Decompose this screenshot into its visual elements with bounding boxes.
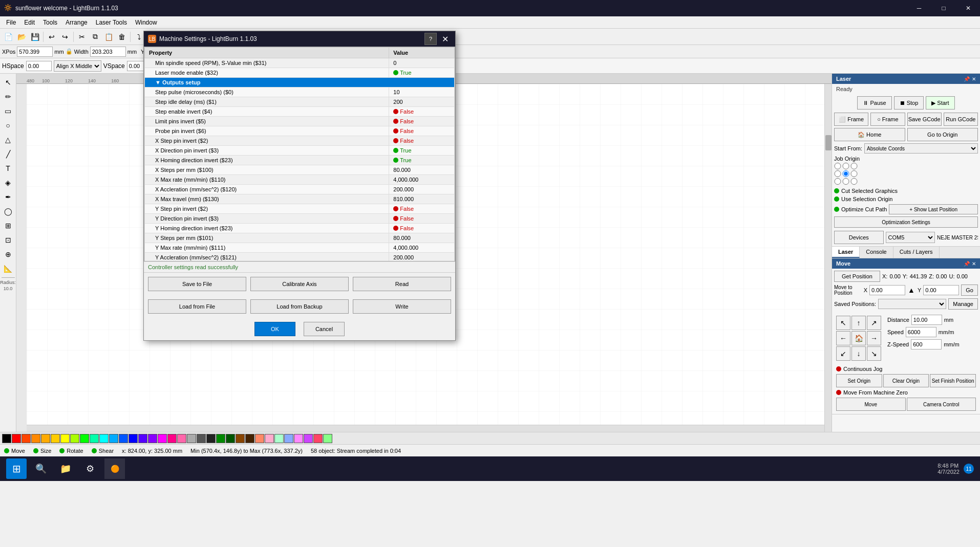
color-swatch-5[interactable]	[51, 434, 60, 443]
select-tool[interactable]: ↖	[2, 76, 15, 89]
table-row[interactable]: Limit pins invert ($5) False	[145, 117, 455, 126]
delete-button[interactable]: 🗑	[116, 31, 128, 43]
move-close-button[interactable]: ✕	[972, 261, 976, 267]
manage-button[interactable]: Manage	[948, 298, 978, 310]
jog-up-button[interactable]: ↑	[851, 316, 866, 330]
color-swatch-15[interactable]	[148, 434, 157, 443]
set-finish-button[interactable]: Set Finish Position	[930, 374, 976, 387]
start-button[interactable]: ▶ Start	[926, 96, 954, 110]
measure-tool[interactable]: 📐	[2, 262, 15, 275]
tab-console[interactable]: Console	[860, 247, 893, 258]
calibrate-axis-button[interactable]: Calibrate Axis	[250, 277, 349, 291]
hspace-input[interactable]	[26, 61, 52, 71]
color-swatch-30[interactable]	[294, 434, 303, 443]
color-swatch-10[interactable]	[99, 434, 109, 443]
move-x-input[interactable]	[869, 285, 905, 295]
redo-button[interactable]: ↪	[59, 31, 71, 43]
color-swatch-25[interactable]	[245, 434, 254, 443]
table-row[interactable]: Y Accleration (mm/sec^2) ($121) 200.000	[145, 253, 455, 262]
table-row[interactable]: ▼ Outputs setup	[145, 78, 455, 87]
text-tool[interactable]: T	[2, 162, 15, 175]
zspeed-input[interactable]	[911, 339, 942, 349]
jog-down-button[interactable]: ↓	[851, 346, 866, 361]
tab-cuts-layers[interactable]: Cuts / Layers	[893, 247, 940, 258]
cancel-button[interactable]: Cancel	[304, 322, 345, 336]
table-row[interactable]: X Max rate (mm/min) ($110) 4,000.000	[145, 175, 455, 185]
load-from-file-button[interactable]: Load from File	[148, 299, 246, 314]
color-swatch-1[interactable]	[12, 434, 21, 443]
ok-button[interactable]: OK	[254, 322, 295, 336]
dialog-help-button[interactable]: ?	[424, 33, 437, 45]
origin-bl[interactable]	[834, 178, 841, 185]
xpos-input[interactable]	[17, 47, 53, 57]
x-up-button[interactable]: ▲	[907, 284, 915, 296]
pen-tool[interactable]: ✒	[2, 190, 15, 204]
color-swatch-17[interactable]	[167, 434, 177, 443]
scrollbar-h[interactable]	[27, 425, 824, 432]
offset-tool[interactable]: ⊡	[2, 233, 15, 247]
color-swatch-0[interactable]	[2, 434, 11, 443]
edit-tool[interactable]: ✏	[2, 90, 15, 103]
color-swatch-33[interactable]	[323, 434, 332, 443]
origin-mc[interactable]	[842, 170, 849, 177]
color-swatch-28[interactable]	[274, 434, 284, 443]
table-row[interactable]: Laser mode enable ($32) True	[145, 68, 455, 78]
origin-tl[interactable]	[834, 163, 841, 169]
polygon-tool[interactable]: △	[2, 133, 15, 146]
home-button[interactable]: 🏠 Home	[834, 128, 905, 141]
maximize-button[interactable]: □	[932, 0, 955, 16]
pause-button[interactable]: ⏸ Pause	[857, 96, 891, 110]
scrollbar-v[interactable]	[824, 84, 832, 432]
table-row[interactable]: X Homing direction invert ($23) True	[145, 156, 455, 165]
table-row[interactable]: Y Max rate (mm/min) ($111) 4,000.000	[145, 243, 455, 253]
new-button[interactable]: 📄	[2, 31, 14, 43]
scrollbar-thumb[interactable]	[825, 135, 832, 150]
menu-edit[interactable]: Edit	[20, 16, 39, 29]
jog-home-button[interactable]: 🏠	[851, 331, 866, 345]
start-menu-button[interactable]: ⊞	[6, 458, 27, 479]
color-swatch-20[interactable]	[197, 434, 206, 443]
laser-pin-button[interactable]: 📌	[964, 76, 970, 82]
distance-input[interactable]	[911, 315, 942, 325]
read-button[interactable]: Read	[353, 277, 451, 291]
get-position-button[interactable]: Get Position	[834, 271, 880, 282]
close-button[interactable]: ✕	[956, 0, 980, 16]
menu-laser-tools[interactable]: Laser Tools	[92, 16, 131, 29]
jog-dl-button[interactable]: ↙	[836, 346, 850, 361]
table-row[interactable]: Probe pin invert ($6) False	[145, 126, 455, 136]
show-last-button[interactable]: + Show Last Position	[889, 204, 978, 214]
color-swatch-3[interactable]	[31, 434, 40, 443]
color-swatch-19[interactable]	[187, 434, 196, 443]
weld-tool[interactable]: ⊕	[2, 248, 15, 261]
rect-tool[interactable]: ▭	[2, 104, 15, 118]
color-swatch-14[interactable]	[138, 434, 147, 443]
move-button[interactable]: Move	[836, 398, 906, 411]
origin-mr[interactable]	[850, 170, 858, 177]
color-swatch-16[interactable]	[158, 434, 167, 443]
menu-tools[interactable]: Tools	[39, 16, 61, 29]
circle-tool[interactable]: ◯	[2, 205, 15, 218]
color-swatch-29[interactable]	[284, 434, 293, 443]
color-swatch-21[interactable]	[206, 434, 216, 443]
settings-table-container[interactable]: Property Value Min spindle speed (RPM), …	[144, 47, 455, 261]
start-from-select[interactable]: Absolute Coords	[864, 143, 978, 154]
table-row[interactable]: X Accleration (mm/sec^2) ($120) 200.000	[145, 185, 455, 194]
paste-button[interactable]: 📋	[102, 31, 115, 43]
load-from-backup-button[interactable]: Load from Backup	[250, 299, 349, 314]
save-gcode-button[interactable]: Save GCode	[907, 113, 942, 126]
save-to-file-button[interactable]: Save to File	[148, 277, 246, 291]
cut-button[interactable]: ✂	[76, 31, 88, 43]
color-swatch-31[interactable]	[304, 434, 313, 443]
color-swatch-23[interactable]	[226, 434, 235, 443]
table-row[interactable]: Y Step pin invert ($2) False	[145, 204, 455, 214]
menu-file[interactable]: File	[2, 16, 20, 29]
color-swatch-9[interactable]	[90, 434, 99, 443]
origin-tc[interactable]	[842, 163, 849, 169]
menu-arrange[interactable]: Arrange	[61, 16, 92, 29]
opt-settings-button[interactable]: Optimization Settings	[834, 216, 978, 228]
node-tool[interactable]: ◈	[2, 176, 15, 189]
grid-tool[interactable]: ⊞	[2, 219, 15, 232]
color-swatch-27[interactable]	[265, 434, 274, 443]
devices-button[interactable]: Devices	[834, 231, 884, 244]
table-row[interactable]: Step enable invert ($4) False	[145, 107, 455, 117]
